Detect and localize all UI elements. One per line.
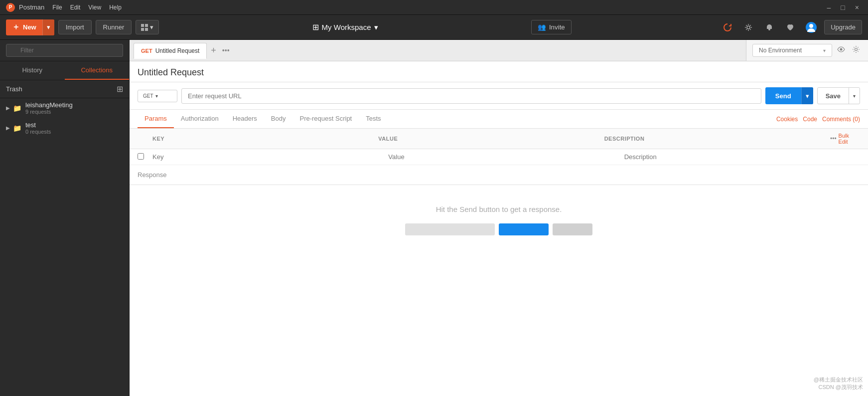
tab-body[interactable]: Body — [264, 110, 293, 128]
invite-button[interactable]: 👥 Invite — [531, 20, 572, 34]
description-input[interactable] — [624, 152, 860, 162]
expand-arrow-icon: ▶ — [6, 105, 10, 111]
main-toolbar: ＋ New ▾ Import Runner ▾ ⊞ My Workspace ▾… — [0, 15, 868, 40]
method-value: GET — [143, 93, 153, 99]
new-collection-button[interactable]: ⊞ — [117, 84, 123, 94]
response-mock-bar — [405, 223, 592, 235]
value-input[interactable] — [388, 152, 624, 162]
close-button[interactable]: × — [852, 2, 862, 12]
folder-icon: 📁 — [13, 104, 21, 112]
request-area: GET Untitled Request + ••• No Environmen… — [130, 40, 868, 396]
cookies-link[interactable]: Cookies — [776, 116, 798, 123]
new-label: New — [23, 23, 36, 31]
environment-dropdown[interactable]: No Environment ▾ — [752, 44, 832, 57]
filter-area: 🔍 — [0, 40, 129, 61]
svg-rect-0 — [141, 24, 144, 27]
window-controls: – □ × — [824, 2, 862, 12]
svg-point-4 — [747, 26, 750, 29]
new-dropdown-arrow[interactable]: ▾ — [42, 19, 54, 35]
send-dropdown-arrow[interactable]: ▾ — [801, 87, 813, 104]
titlebar: P Postman File Edit View Help – □ × — [0, 0, 868, 15]
sidebar-tabs: History Collections — [0, 61, 129, 80]
notifications-button[interactable] — [761, 19, 777, 35]
tab-name-label: Untitled Request — [155, 47, 200, 54]
bulk-edit-button[interactable]: Bulk Edit — [839, 133, 860, 145]
mock-bar-light — [553, 223, 592, 235]
menu-view[interactable]: View — [88, 4, 101, 11]
response-empty-text: Hit the Send button to get a response. — [436, 205, 562, 213]
collection-count: 0 requests — [25, 129, 51, 135]
tab-headers[interactable]: Headers — [226, 110, 264, 128]
tab-collections[interactable]: Collections — [65, 61, 130, 80]
more-options-button[interactable]: ••• — [830, 135, 837, 142]
menu-bar: File Edit View Help — [52, 4, 122, 11]
workspace-icon: ⊞ — [312, 22, 319, 32]
svg-point-7 — [840, 48, 843, 51]
save-button[interactable]: Save ▾ — [817, 87, 860, 104]
method-selector[interactable]: GET ▾ — [138, 90, 177, 102]
more-tabs-button[interactable]: ••• — [220, 44, 232, 56]
collection-info: test 0 requests — [25, 121, 51, 135]
workspace-button[interactable]: ⊞ My Workspace ▾ — [307, 20, 383, 34]
layout-button[interactable]: ▾ — [136, 20, 159, 34]
mock-bar-grey — [405, 223, 495, 235]
runner-button[interactable]: Runner — [96, 20, 132, 34]
import-button[interactable]: Import — [58, 20, 92, 34]
send-button[interactable]: Send ▾ — [765, 87, 813, 104]
comments-badge[interactable]: Comments (0) — [822, 116, 860, 123]
table-header: KEY VALUE DESCRIPTION ••• Bulk Edit — [130, 129, 868, 149]
request-header: Untitled Request — [130, 61, 868, 82]
trash-row[interactable]: Trash ⊞ — [0, 80, 129, 98]
settings-icon[interactable] — [850, 43, 862, 57]
avatar-button[interactable] — [803, 19, 819, 35]
params-right-links: Cookies Code Comments (0) — [776, 116, 860, 123]
desc-column-header: DESCRIPTION — [604, 136, 830, 142]
sync-button[interactable] — [720, 19, 735, 35]
row-checkbox[interactable] — [138, 153, 144, 160]
minimize-button[interactable]: – — [824, 2, 834, 12]
menu-help[interactable]: Help — [109, 4, 122, 11]
upgrade-button[interactable]: Upgrade — [824, 20, 862, 34]
watermark: @稀土掘金技术社区 CSDN @茂羽技术 — [814, 376, 863, 391]
svg-rect-2 — [141, 28, 144, 31]
env-dropdown-arrow: ▾ — [823, 48, 826, 53]
heart-button[interactable] — [782, 19, 798, 35]
main-content: 🔍 History Collections Trash ⊞ ▶ 📁 leisha… — [0, 40, 868, 396]
request-tab[interactable]: GET Untitled Request — [134, 43, 207, 59]
tab-tests[interactable]: Tests — [359, 110, 388, 128]
menu-edit[interactable]: Edit — [70, 4, 81, 11]
tab-history[interactable]: History — [0, 61, 65, 80]
request-title: Untitled Request — [138, 67, 204, 77]
method-dropdown-arrow: ▾ — [155, 93, 158, 99]
settings-button[interactable] — [740, 19, 756, 35]
key-column-header: KEY — [152, 136, 378, 142]
eye-button[interactable] — [835, 43, 847, 57]
save-dropdown-arrow[interactable]: ▾ — [849, 88, 860, 104]
watermark-line1: @稀土掘金技术社区 — [814, 376, 863, 384]
value-column-header: VALUE — [378, 136, 604, 142]
tab-params[interactable]: Params — [138, 110, 174, 128]
layout-arrow: ▾ — [150, 23, 153, 31]
folder-icon: 📁 — [13, 124, 21, 132]
response-empty-state: Hit the Send button to get a response. — [130, 185, 868, 255]
mock-bar-blue — [499, 223, 549, 235]
url-input[interactable] — [181, 88, 761, 104]
tab-pre-request[interactable]: Pre-request Script — [292, 110, 359, 128]
collection-item[interactable]: ▶ 📁 leishangMeeting 9 requests — [0, 98, 129, 118]
key-input[interactable] — [152, 152, 388, 162]
toolbar-right: Upgrade — [720, 19, 862, 35]
menu-file[interactable]: File — [52, 4, 62, 11]
collection-item[interactable]: ▶ 📁 test 0 requests — [0, 118, 129, 138]
code-link[interactable]: Code — [803, 116, 817, 123]
save-label: Save — [818, 92, 849, 100]
plus-icon: ＋ — [12, 22, 20, 32]
response-area: Response Hit the Send button to get a re… — [130, 165, 868, 396]
filter-input[interactable] — [6, 44, 123, 57]
params-tabs: Params Authorization Headers Body Pre-re… — [130, 110, 868, 129]
tab-authorization[interactable]: Authorization — [174, 110, 226, 128]
new-button[interactable]: ＋ New ▾ — [6, 19, 54, 35]
workspace-label: My Workspace — [322, 23, 371, 31]
add-tab-button[interactable]: + — [209, 43, 218, 58]
sidebar: 🔍 History Collections Trash ⊞ ▶ 📁 leisha… — [0, 40, 130, 396]
maximize-button[interactable]: □ — [838, 2, 848, 12]
